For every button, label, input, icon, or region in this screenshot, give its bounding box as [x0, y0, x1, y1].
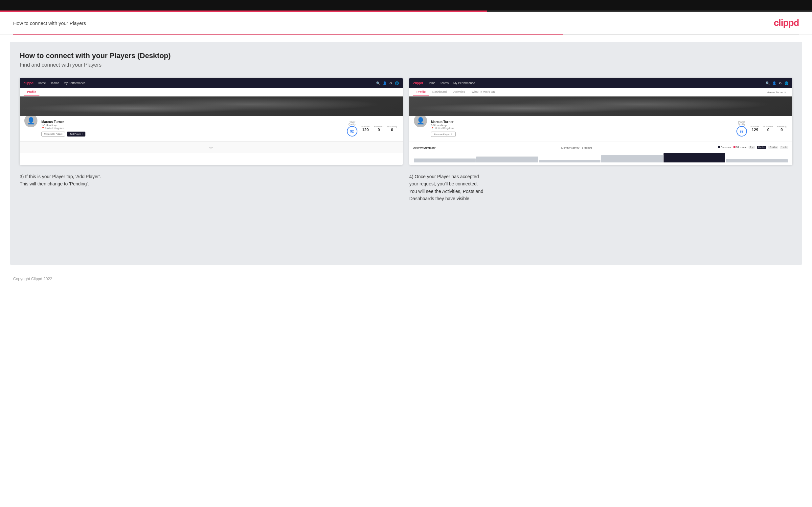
screenshot2-following: Following 0	[775, 123, 789, 134]
time-btn-3mths[interactable]: 3 mths	[768, 146, 778, 149]
off-course-legend: Off course	[733, 146, 747, 148]
caption-right-text: 4) Once your Player has acceptedyour req…	[409, 174, 483, 201]
globe-icon-2[interactable]: 🌐	[784, 81, 789, 85]
followers-label: Followers	[373, 125, 384, 128]
screenshot2-nav-home[interactable]: Home	[427, 81, 435, 84]
user-icon-2[interactable]: 👤	[772, 81, 776, 85]
screenshot2-stats: Player Quality 92 Activities 129 Followe…	[735, 119, 789, 138]
caption-left-text: 3) If this is your Player tap, 'Add Play…	[20, 174, 101, 186]
screenshot2-tab-activities[interactable]: Activities	[450, 88, 468, 96]
settings-icon-2[interactable]: ⚙	[779, 81, 782, 85]
screenshot2-tab-dashboard[interactable]: Dashboard	[429, 88, 450, 96]
screenshot1-player-name: Marcus Turner	[41, 120, 342, 124]
followers-value: 0	[373, 128, 384, 132]
activities-value: 129	[360, 128, 371, 132]
chart-bar-1	[414, 159, 476, 162]
chart-bar-6	[726, 159, 788, 162]
search-icon[interactable]: 🔍	[376, 81, 380, 85]
remove-player-button[interactable]: Remove Player ✕	[431, 131, 456, 137]
activity-summary: Activity Summary Monthly Activity · 6 Mo…	[409, 142, 792, 165]
activity-header: Activity Summary Monthly Activity · 6 Mo…	[413, 144, 789, 150]
chart-bar-4	[601, 155, 663, 162]
location-icon-2: 📍	[431, 127, 434, 130]
activity-period: Monthly Activity · 6 Months	[561, 144, 593, 150]
screenshot1-activities: Activities 129	[359, 123, 372, 134]
location-icon: 📍	[41, 127, 45, 130]
screenshot1-stats: Player Quality 92 Activities 129 Followe…	[345, 119, 399, 138]
screenshot1-nav-home[interactable]: Home	[38, 81, 46, 84]
screenshot2-action-buttons: Remove Player ✕	[431, 131, 731, 137]
screenshot1-tabs: Profile	[20, 88, 403, 97]
time-btn-1yr[interactable]: 1 yr	[749, 146, 755, 149]
activities-label: Activities	[360, 125, 371, 128]
screenshot2-location: 📍 United Kingdom	[431, 127, 731, 130]
off-course-dot	[733, 146, 735, 148]
chart-bar-3	[539, 160, 601, 162]
time-btn-1mth[interactable]: 1 mth	[780, 146, 789, 149]
user-dropdown[interactable]: Marcus Turner ▾	[764, 88, 789, 96]
screenshot1-profile-info: 👤 Marcus Turner 1-5 Handicap 📍 United Ki…	[20, 116, 403, 142]
page-title: How to connect with your Players	[13, 20, 86, 26]
screenshot1-player-details: Marcus Turner 1-5 Handicap 📍 United King…	[41, 119, 342, 136]
page-footer: Copyright Clippd 2022	[0, 271, 812, 286]
time-btn-6mths[interactable]: 6 mths	[757, 146, 766, 149]
copyright: Copyright Clippd 2022	[13, 277, 52, 281]
screenshot1-nav-teams[interactable]: Teams	[50, 81, 59, 84]
screenshot2-handicap: 1-5 Handicap	[431, 124, 731, 127]
screenshot-1: clippd Home Teams My Performance 🔍 👤 ⚙ 🌐…	[20, 78, 403, 165]
top-bar-accent	[0, 10, 812, 12]
screenshot2-nav-performance[interactable]: My Performance	[453, 81, 475, 84]
following-label: Following	[387, 125, 398, 128]
screenshots-row: clippd Home Teams My Performance 🔍 👤 ⚙ 🌐…	[20, 78, 792, 165]
settings-icon[interactable]: ⚙	[389, 81, 392, 85]
screenshot2-nav-right: 🔍 👤 ⚙ 🌐	[766, 81, 789, 85]
captions-row: 3) If this is your Player tap, 'Add Play…	[20, 173, 792, 203]
screenshot2-followers: Followers 0	[762, 123, 775, 134]
screenshot2-tab-what-to-work-on[interactable]: What To Work On	[468, 88, 498, 96]
screenshot1-nav-right: 🔍 👤 ⚙ 🌐	[376, 81, 399, 85]
page-header: How to connect with your Players clippd	[0, 12, 812, 35]
quality-label-2: Player Quality	[736, 121, 747, 125]
quality-circle-2: 92	[737, 126, 747, 136]
followers-value-2: 0	[763, 128, 774, 132]
screenshot2-quality: Player Quality 92	[735, 119, 748, 138]
hero-overlay-2	[409, 97, 792, 116]
header-divider	[13, 35, 799, 35]
avatar-icon: 👤	[27, 117, 35, 125]
on-course-label: On course	[721, 146, 731, 148]
close-icon: ✕	[451, 133, 453, 135]
add-player-button[interactable]: Add Player +	[67, 131, 86, 136]
screenshot1-nav-performance[interactable]: My Performance	[64, 81, 86, 84]
screenshot2-player-name: Marcus Turner	[431, 120, 731, 124]
screenshot2-hero	[409, 97, 792, 116]
activity-chart	[413, 152, 789, 162]
request-follow-button[interactable]: Request to Follow	[41, 131, 65, 136]
quality-circle: 92	[347, 126, 357, 136]
following-value-2: 0	[776, 128, 787, 132]
screenshot2-nav-teams[interactable]: Teams	[440, 81, 449, 84]
globe-icon[interactable]: 🌐	[395, 81, 399, 85]
followers-label-2: Followers	[763, 125, 774, 128]
search-icon-2[interactable]: 🔍	[766, 81, 770, 85]
screenshot1-handicap: 1-5 Handicap	[41, 124, 342, 127]
screenshot2-logo: clippd	[413, 81, 423, 85]
section-title: How to connect with your Players (Deskto…	[20, 52, 792, 60]
screenshot1-hero	[20, 97, 403, 116]
screenshot2-activities: Activities 129	[748, 123, 762, 134]
caption-right: 4) Once your Player has acceptedyour req…	[409, 173, 792, 203]
following-value: 0	[387, 128, 398, 132]
screenshot2-tabs: Profile Dashboard Activities What To Wor…	[409, 88, 792, 97]
chart-bar-5	[664, 153, 725, 162]
screenshot1-bottom: ✏	[20, 142, 403, 153]
screenshot1-quality: Player Quality 92	[345, 119, 359, 138]
off-course-label: Off course	[736, 146, 747, 148]
screenshot2-nav: clippd Home Teams My Performance 🔍 👤 ⚙ 🌐	[409, 78, 792, 88]
hero-overlay	[20, 97, 403, 116]
main-content: How to connect with your Players (Deskto…	[10, 42, 802, 265]
screenshot1-action-buttons: Request to Follow Add Player +	[41, 131, 342, 136]
screenshot1-nav: clippd Home Teams My Performance 🔍 👤 ⚙ 🌐	[20, 78, 403, 88]
screenshot1-tab-profile[interactable]: Profile	[23, 88, 39, 96]
activity-controls: On course Off course 1 yr 6 mths 3 mths …	[718, 146, 789, 149]
user-icon[interactable]: 👤	[383, 81, 387, 85]
screenshot2-tab-profile[interactable]: Profile	[413, 88, 429, 96]
